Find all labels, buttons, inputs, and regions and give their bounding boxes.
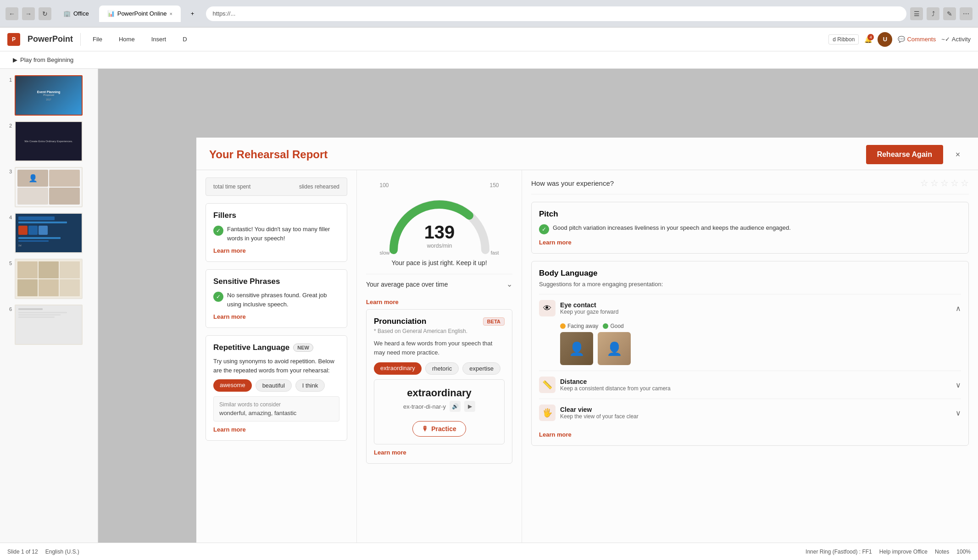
sensitive-phrases-icon: ✓: [213, 292, 223, 302]
pron-chip-expertise[interactable]: expertise: [462, 362, 500, 375]
menu-insert[interactable]: Insert: [147, 34, 171, 44]
nav-back[interactable]: ←: [6, 7, 18, 20]
eye-contact-header[interactable]: 👁 Eye contact Keep your gaze forward ∧: [539, 300, 961, 316]
pace-over-time-row[interactable]: Your average pace over time ⌄: [366, 274, 512, 294]
tab-office[interactable]: 🏢 Office: [55, 6, 97, 22]
distance-icon: 📏: [539, 377, 556, 393]
tab-office-label: Office: [73, 10, 89, 17]
browser-more[interactable]: ⋯: [960, 7, 972, 20]
slide-thumb-2[interactable]: 2 We Create Extra Ordinary Experiences.: [0, 118, 98, 164]
star-rating[interactable]: ☆ ☆ ☆ ☆ ☆: [920, 177, 969, 189]
slide-image-2[interactable]: We Create Extra Ordinary Experiences.: [15, 121, 83, 161]
slide-thumb-3[interactable]: 3 👤: [0, 164, 98, 210]
repetitive-word-chips: awesome beautiful I think: [213, 379, 339, 392]
slide-image-6[interactable]: [15, 305, 83, 345]
menu-file[interactable]: File: [88, 34, 107, 44]
star-4[interactable]: ☆: [950, 177, 959, 189]
browser-menu[interactable]: ☰: [910, 7, 923, 20]
video-icon-btn[interactable]: ▶: [464, 401, 475, 412]
slide-num-2: 2: [4, 123, 12, 128]
slide-image-5[interactable]: [15, 259, 83, 299]
word-main: extraordinary: [382, 387, 497, 399]
similar-words-label: Similar words to consider: [219, 401, 333, 408]
body-language-learn-more[interactable]: Learn more: [539, 431, 961, 438]
star-2[interactable]: ☆: [930, 177, 939, 189]
address-bar[interactable]: https://...: [206, 6, 906, 21]
star-3[interactable]: ☆: [940, 177, 949, 189]
slide-num-5: 5: [4, 261, 12, 266]
slide-content-1: Event Planning Proposal 2017: [16, 76, 82, 115]
nav-refresh[interactable]: ↻: [39, 7, 51, 20]
face-images-row: 👤 👤: [560, 332, 961, 365]
play-from-beginning-btn[interactable]: ▶ Play from Beginning: [7, 55, 79, 65]
ribbon-toggle-btn[interactable]: d Ribbon: [828, 34, 859, 44]
activity-btn[interactable]: ~✓ Activity: [941, 36, 971, 43]
tab-close-btn[interactable]: ×: [169, 11, 172, 17]
practice-btn-label: Practice: [431, 425, 456, 432]
pitch-learn-more[interactable]: Learn more: [539, 239, 961, 246]
clear-view-header[interactable]: 🖐 Clear view Keep the view of your face …: [539, 405, 961, 421]
stat-slides-label: slides rehearsed: [299, 183, 339, 190]
chip-awesome: awesome: [213, 379, 252, 392]
status-notes[interactable]: Notes: [935, 549, 949, 555]
tab-powerpoint-label: PowerPoint Online: [117, 10, 167, 17]
gauge-min-label: 100: [380, 182, 389, 189]
browser-share[interactable]: ⤴: [927, 7, 939, 20]
slide-thumb-5[interactable]: 5: [0, 256, 98, 302]
pronunciation-subtitle: * Based on General American English.: [374, 328, 505, 334]
avatar[interactable]: U: [878, 32, 892, 47]
clear-view-item: 🖐 Clear view Keep the view of your face …: [539, 399, 961, 427]
clear-view-desc: Keep the view of your face clear: [560, 413, 951, 420]
fillers-learn-more[interactable]: Learn more: [213, 247, 339, 254]
tab-powerpoint[interactable]: 📊 PowerPoint Online ×: [99, 6, 181, 22]
pronunciation-learn-more[interactable]: Learn more: [374, 449, 505, 456]
slide-image-1[interactable]: Event Planning Proposal 2017: [15, 75, 83, 116]
sensitive-phrases-title: Sensitive Phrases: [213, 277, 339, 286]
pace-learn-more[interactable]: Learn more: [366, 299, 512, 305]
body-language-card: Body Language Suggestions for a more eng…: [531, 261, 969, 446]
notifications-btn[interactable]: 🔔 4: [864, 36, 872, 43]
report-left-column: total time spent slides rehearsed Filler…: [196, 170, 357, 543]
play-from-beginning-label: Play from Beginning: [20, 56, 73, 63]
tab-bar: 🏢 Office 📊 PowerPoint Online × +: [55, 6, 202, 22]
slide-image-3[interactable]: 👤: [15, 167, 83, 207]
pron-chip-rhetoric[interactable]: rhetoric: [425, 362, 459, 375]
status-ring: Inner Ring (Fastfood) : FF1: [806, 549, 872, 555]
pronunciation-description: We heard a few words from your speech th…: [374, 339, 505, 357]
repetitive-lang-learn-more[interactable]: Learn more: [213, 426, 339, 433]
face-image-good: 👤: [598, 332, 631, 365]
slide-thumb-6[interactable]: 6: [0, 302, 98, 348]
close-report-btn[interactable]: ×: [950, 147, 965, 162]
menu-design[interactable]: D: [178, 34, 191, 44]
distance-desc: Keep a consistent distance from your cam…: [560, 385, 951, 392]
presentation-area: Your Rehearsal Report Rehearse Again × t…: [98, 69, 978, 560]
nav-forward[interactable]: →: [22, 7, 35, 20]
new-badge: NEW: [293, 344, 313, 352]
powerpoint-tab-icon: 📊: [107, 10, 115, 17]
sensitive-phrases-learn-more[interactable]: Learn more: [213, 313, 339, 320]
status-help[interactable]: Help improve Office: [879, 549, 928, 555]
pitch-card: Pitch ✓ Good pitch variation increases l…: [531, 202, 969, 254]
report-header: Your Rehearsal Report Rehearse Again ×: [196, 138, 978, 170]
activity-label: Activity: [952, 36, 971, 43]
tab-new[interactable]: +: [183, 6, 203, 22]
menu-home[interactable]: Home: [114, 34, 139, 44]
clear-view-chevron: ∨: [956, 409, 961, 417]
distance-item: 📏 Distance Keep a consistent distance fr…: [539, 371, 961, 399]
audio-icon-btn[interactable]: 🔊: [450, 401, 461, 412]
slide-thumb-4[interactable]: 4 2al: [0, 210, 98, 256]
comment-icon: 💬: [898, 36, 905, 43]
comments-btn[interactable]: 💬 Comments: [898, 36, 936, 43]
slide-thumb-1[interactable]: 1 Event Planning Proposal 2017: [0, 72, 98, 118]
slide-image-4[interactable]: 2al: [15, 213, 83, 253]
rehearse-again-btn[interactable]: Rehearse Again: [866, 145, 943, 164]
star-5[interactable]: ☆: [961, 177, 969, 189]
face-image-away: 👤: [560, 332, 593, 365]
distance-header[interactable]: 📏 Distance Keep a consistent distance fr…: [539, 377, 961, 393]
pron-chip-extraordinary[interactable]: extraordinary: [374, 362, 422, 375]
star-1[interactable]: ☆: [920, 177, 928, 189]
activity-icon: ~✓: [941, 36, 950, 43]
slide-num-1: 1: [4, 77, 12, 83]
practice-btn[interactable]: 🎙 Practice: [412, 421, 466, 437]
browser-edit[interactable]: ✎: [943, 7, 956, 20]
